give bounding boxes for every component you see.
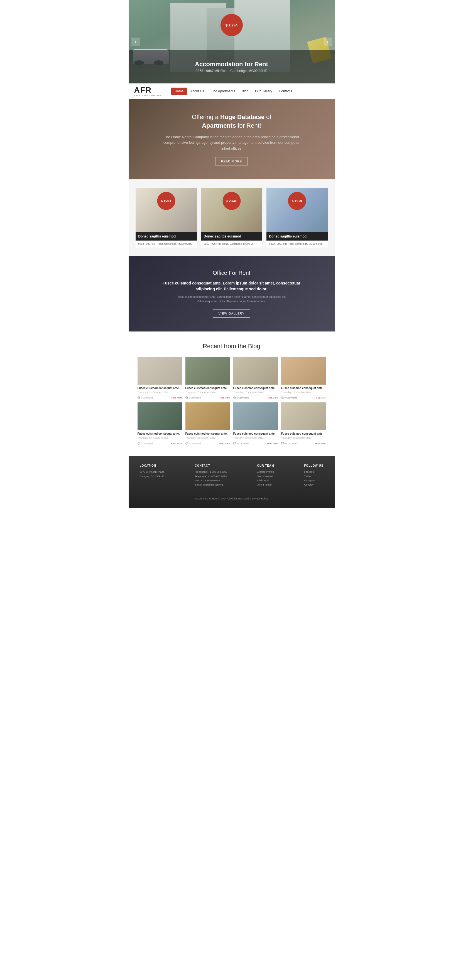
listing-card-1: $ 1'234 Donec sagittis euismod 9863 - 98… (136, 188, 197, 248)
navbar-logo: AFR APARTMENTS FOR RENT (134, 86, 163, 97)
listing-card-3: $ 4'199 Donec sagittis euismod 9863 - 98… (267, 188, 328, 248)
footer-member-2: Sam Kroemtain (257, 474, 274, 479)
listing-address-1: 9863 - 9867 Mill Road, Cambridge, MG09 9… (136, 240, 197, 248)
listing-image-1: $ 1'234 (136, 188, 197, 232)
footer-facebook[interactable]: Facebook (304, 471, 315, 473)
blog-readmore-2[interactable]: Read More (219, 396, 230, 399)
footer-fax: FAX: +1 800 889 9898 (195, 479, 227, 483)
footer-member-4: John Franklin (257, 483, 274, 487)
blog-meta-2: 💬 0 Comments Read More (185, 395, 230, 399)
blog-readmore-7[interactable]: Read More (267, 442, 278, 445)
nav-gallery[interactable]: Our Gallery (252, 88, 275, 95)
blog-post-5: Fusce euismod consequat ante. Thursday, … (137, 402, 182, 445)
blog-readmore-8[interactable]: Read More (315, 442, 326, 445)
blog-meta-8: 💬 0 Comments Read More (281, 441, 326, 445)
blog-post-8: Fusce euismod consequat ante. Thursday, … (281, 402, 326, 445)
blog-meta-1: 💬 0 Comments Read More (137, 395, 182, 399)
office-subtitle: Fusce euismod consequat ante. Lorem ipsu… (162, 280, 301, 292)
blog-meta-7: 💬 0 Comments Read More (233, 441, 278, 445)
footer-member-1: Jessica Priston (257, 470, 274, 474)
navbar: AFR APARTMENTS FOR RENT Home About Us Fi… (129, 83, 335, 99)
blog-image-1 (137, 357, 182, 385)
blog-text-3: Fusce euismod consequat ante. (233, 386, 278, 390)
blog-text-2: Fusce euismod consequat ante. (185, 386, 230, 390)
view-gallery-button[interactable]: VIEW GALLERY (213, 309, 251, 318)
nav-contacts[interactable]: Contacts (276, 88, 295, 95)
blog-readmore-4[interactable]: Read More (315, 396, 326, 399)
blog-post-1: Fusce euismod consequat ante. Thursday, … (137, 357, 182, 399)
listing-address-2: 9863 - 9867 Mill Road, Cambridge, MG09 9… (201, 240, 262, 248)
blog-readmore-5[interactable]: Read More (171, 442, 182, 445)
blog-readmore-3[interactable]: Read More (267, 396, 278, 399)
blog-post-4: Fusce euismod consequat ante. Thursday, … (281, 357, 326, 399)
listing-title-2: Donec sagittis euismod (201, 232, 262, 240)
nav-home[interactable]: Home (171, 88, 187, 95)
blog-comments-1: 💬 0 Comments (137, 396, 153, 399)
blog-text-6: Fusce euismod consequat ante. (185, 432, 230, 436)
blog-section-title: Recent from the Blog (134, 343, 329, 350)
read-more-button[interactable]: READ MORE (215, 157, 248, 165)
footer-freephone: Freephone: +1 800 559 6580 (195, 470, 227, 474)
blog-comments-4: 💬 0 Comments (281, 396, 297, 399)
nav-find[interactable]: Find Apartments (208, 88, 238, 95)
blog-date-1: Thursday, 02 October 2014 (137, 391, 182, 394)
comment-icon-6: 💬 (185, 442, 188, 445)
comment-icon-1: 💬 (137, 396, 140, 399)
footer-contact: CONTACT Freephone: +1 800 559 6580 Telep… (195, 464, 227, 487)
blog-comments-5: 💬 0 Comments (137, 442, 153, 445)
offer-description: The Home Rental Company is the market le… (162, 134, 301, 151)
hero-next-button[interactable]: › (324, 38, 332, 46)
hero-address: 9863 - 9867 Mill Road, Cambridge, MG09 9… (196, 69, 267, 73)
footer-follow: FOLLOW US Facebook Twitter Instagram Goo… (304, 464, 323, 487)
comment-icon-5: 💬 (137, 442, 140, 445)
hero-price-badge: $ 1'234 (220, 14, 243, 36)
offer-section: Offering a Huge Database of Apartments f… (129, 99, 335, 179)
office-section: Office For Rent Fusce euismod consequat … (129, 256, 335, 331)
listing-price-3: $ 4'199 (288, 192, 306, 210)
footer-follow-heading: FOLLOW US (304, 464, 323, 467)
nav-links: Home About Us Find Apartments Blog Our G… (171, 88, 295, 95)
office-title: Office For Rent (213, 270, 250, 276)
blog-date-2: Thursday, 02 October 2014 (185, 391, 230, 394)
blog-comments-2: 💬 0 Comments (185, 396, 201, 399)
hero-section: $ 1'234 Accommodation for Rent 9863 - 98… (129, 0, 335, 83)
blog-meta-6: 💬 0 Comments Read More (185, 441, 230, 445)
nav-about[interactable]: About Us (187, 88, 207, 95)
blog-readmore-6[interactable]: Read More (219, 442, 230, 445)
blog-comments-6: 💬 0 Comments (185, 442, 201, 445)
footer-member-3: Olivia Pool (257, 479, 274, 483)
blog-readmore-1[interactable]: Read More (171, 396, 182, 399)
nav-blog[interactable]: Blog (238, 88, 252, 95)
listings-grid: $ 1'234 Donec sagittis euismod 9863 - 98… (134, 188, 329, 248)
footer-telephone: Telephone: +1 800 603 8025 (195, 474, 227, 479)
blog-image-4 (281, 357, 326, 385)
hero-prev-button[interactable]: ‹ (131, 38, 140, 46)
blog-date-8: Thursday, 02 October 2014 (281, 437, 326, 439)
blog-text-4: Fusce euismod consequat ante. (281, 386, 326, 390)
footer-grid: LOCATION 9870 St Vincent Place, Glasgow,… (134, 464, 329, 487)
blog-post-2: Fusce euismod consequat ante. Thursday, … (185, 357, 230, 399)
listing-price-1: $ 1'234 (157, 192, 175, 210)
footer-location-heading: LOCATION (140, 464, 165, 467)
footer-twitter[interactable]: Twitter (304, 475, 311, 478)
blog-date-3: Thursday, 02 October 2014 (233, 391, 278, 394)
footer-email: E-mail: mail@domain.org (195, 483, 227, 487)
footer-google[interactable]: Google+ (304, 483, 313, 486)
blog-date-4: Thursday, 02 October 2014 (281, 391, 326, 394)
listing-address-3: 9863 - 9867 Mill Road, Cambridge, MG09 9… (267, 240, 328, 248)
listing-price-2: $ 2'535 (222, 192, 241, 210)
logo-subtitle: APARTMENTS FOR RENT (134, 95, 163, 97)
footer-copyright: Apartments for Rent © 2014 All Rights Re… (195, 497, 249, 500)
blog-text-1: Fusce euismod consequat ante. (137, 386, 182, 390)
blog-post-6: Fusce euismod consequat ante. Thursday, … (185, 402, 230, 445)
blog-meta-5: 💬 0 Comments Read More (137, 441, 182, 445)
comment-icon-7: 💬 (233, 442, 236, 445)
blog-post-7: Fusce euismod consequat ante. Thursday, … (233, 402, 278, 445)
footer-instagram[interactable]: Instagram (304, 479, 315, 482)
comment-icon-2: 💬 (185, 396, 188, 399)
blog-date-7: Thursday, 02 October 2014 (233, 437, 278, 439)
blog-meta-4: 💬 0 Comments Read More (281, 395, 326, 399)
footer-email-link[interactable]: mail@domain.org (203, 483, 223, 486)
footer-privacy-link[interactable]: Privacy Policy (252, 497, 268, 500)
blog-image-8 (281, 402, 326, 430)
